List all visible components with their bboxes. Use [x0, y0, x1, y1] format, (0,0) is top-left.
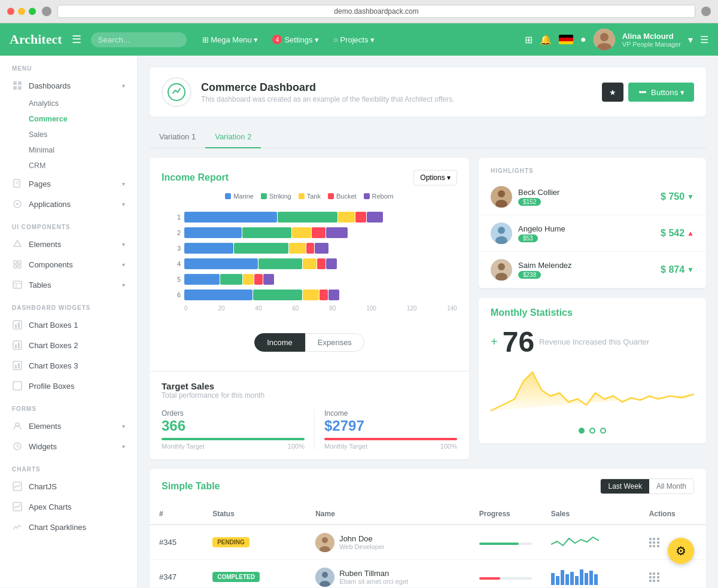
status-badge-pending: PENDING	[212, 537, 250, 547]
settings-menu-button[interactable]: 4 Settings ▾	[266, 31, 325, 48]
sidebar-item-apex-charts[interactable]: Apex Charts	[0, 496, 137, 517]
buttons-dropdown[interactable]: Buttons ▾	[628, 83, 694, 102]
sidebar-item-chartjs[interactable]: ChartJS	[0, 476, 137, 496]
legend-dot-bucket	[328, 193, 334, 199]
svg-rect-21	[15, 324, 17, 328]
user-menu-button[interactable]: ▾	[688, 34, 693, 45]
hamburger-menu-button[interactable]: ☰	[72, 33, 81, 46]
language-flag-germany[interactable]	[559, 35, 573, 44]
angelo-avatar	[491, 223, 512, 244]
profile-boxes-icon	[12, 380, 23, 391]
sidebar-sub-sales[interactable]: Sales	[0, 127, 137, 142]
svg-rect-17	[13, 281, 22, 288]
target-metrics: Orders 366 Monthly Target 100%	[162, 409, 457, 450]
sidebar-item-tables[interactable]: Tables ▾	[0, 275, 137, 295]
user-avatar[interactable]	[594, 29, 615, 50]
sidebar-item-chart-sparklines[interactable]: Chart Sparklines	[0, 517, 137, 537]
chart-dot-2[interactable]	[589, 428, 595, 434]
svg-point-39	[644, 91, 646, 93]
sidebar-item-forms-widgets[interactable]: Widgets ▾	[0, 436, 137, 456]
mini-progress-1	[479, 543, 532, 545]
help-icon-button[interactable]: ●	[580, 34, 586, 45]
top-nav-menu: ⊞ Mega Menu ▾ 4 Settings ▾ ○ Projects ▾	[196, 31, 381, 48]
sidebar-item-forms-elements[interactable]: Elements ▾	[0, 416, 137, 436]
svg-rect-5	[13, 86, 17, 90]
bar-container-2	[184, 227, 457, 238]
sidebar-sub-minimal[interactable]: Minimal	[0, 142, 137, 158]
sidebar-item-applications[interactable]: Applications ▾	[0, 194, 137, 214]
settings-gear-button[interactable]: ⚙	[668, 538, 694, 564]
svg-marker-12	[14, 240, 21, 246]
bar-row-6: 6	[174, 290, 457, 300]
sidebar-item-chart-boxes-3[interactable]: Chart Boxes 3	[0, 355, 137, 376]
sidebar-item-elements[interactable]: Elements ▾	[0, 234, 137, 254]
bar-segment-bucket-2	[312, 227, 325, 238]
browser-address-bar[interactable]: demo.dashboardpack.com	[57, 5, 695, 18]
forms-elements-chevron: ▾	[122, 423, 125, 429]
sidebar-sub-analytics[interactable]: Analytics	[0, 96, 137, 111]
tab-variation-2[interactable]: Variation 2	[205, 126, 261, 148]
star-button[interactable]: ★	[602, 83, 623, 102]
forms-label: FORMS	[0, 396, 137, 416]
app-container: Architect ☰ ⊞ Mega Menu ▾ 4 Settings ▾ ○…	[0, 23, 718, 587]
side-panel-button[interactable]: ☰	[700, 34, 708, 45]
sidebar-item-chart-boxes-1[interactable]: Chart Boxes 1	[0, 315, 137, 335]
sidebar-item-chart-boxes-2[interactable]: Chart Boxes 2	[0, 335, 137, 355]
grid-icon-button[interactable]: ⊞	[525, 34, 533, 45]
sidebar-item-components[interactable]: Components ▾	[0, 254, 137, 275]
sidebar-sub-commerce[interactable]: Commerce	[0, 111, 137, 127]
sidebar-item-profile-boxes[interactable]: Profile Boxes	[0, 376, 137, 396]
user-cell-2: Ruben Tillman Etiam sit amet orci eget	[315, 568, 460, 587]
sidebar-item-dashboards[interactable]: Dashboards ▾	[0, 75, 137, 96]
svg-rect-13	[14, 261, 17, 264]
sidebar-item-pages[interactable]: Pages ▾	[0, 173, 137, 194]
svg-point-44	[498, 227, 505, 234]
browser-refresh-icon[interactable]	[701, 7, 711, 16]
tab-variation-1[interactable]: Variation 1	[150, 126, 205, 148]
svg-rect-55	[551, 573, 555, 585]
legend-dot-marine	[225, 193, 231, 199]
monthly-stats-body: Monthly Statistics + 76 Revenue Increase…	[479, 298, 706, 443]
angelo-value: $ 542 ▲	[661, 228, 694, 239]
dashboards-icon	[12, 80, 23, 91]
elements-chevron: ▾	[122, 241, 125, 248]
pages-icon	[12, 178, 23, 189]
col-header-status: Status	[203, 504, 306, 525]
bar-segment-tank-3	[289, 243, 305, 254]
projects-menu-button[interactable]: ○ Projects ▾	[327, 32, 381, 48]
chart-boxes-1-label: Chart Boxes 1	[29, 321, 78, 330]
options-button[interactable]: Options ▾	[413, 170, 457, 185]
chartjs-label: ChartJS	[29, 482, 57, 491]
action-grid-2[interactable]	[649, 572, 660, 582]
chart-dot-3[interactable]	[600, 428, 606, 434]
row-id-2: #347	[150, 560, 203, 588]
chart-boxes-1-icon	[12, 319, 23, 330]
chart-dot-1[interactable]	[579, 428, 585, 434]
income-toggle-btn[interactable]: Income	[254, 333, 305, 352]
saim-name: Saim Melendez	[518, 261, 655, 270]
bar-segment-bucket-3	[306, 243, 315, 254]
bar-segment-tank-6	[303, 290, 319, 300]
bar-container-1	[184, 212, 457, 223]
income-progress-fill	[324, 438, 457, 440]
right-column: HIGHLIGHTS Beck Collier $152 $ 75	[479, 158, 706, 459]
forms-widgets-label: Widgets	[29, 442, 57, 451]
action-grid-1[interactable]	[649, 538, 660, 547]
bar-segment-marine-4	[184, 258, 258, 269]
ui-components-label: UI COMPONENTS	[0, 214, 137, 234]
bar-label-3: 3	[174, 245, 181, 252]
last-week-btn[interactable]: Last Week	[601, 479, 649, 493]
global-search-input[interactable]	[91, 32, 187, 47]
svg-rect-29	[13, 382, 22, 390]
all-month-btn[interactable]: All Month	[649, 479, 693, 493]
legend-dot-reborn	[364, 193, 370, 199]
expenses-toggle-btn[interactable]: Expenses	[305, 333, 364, 352]
sidebar-sub-crm[interactable]: CRM	[0, 158, 137, 173]
beck-badge: $152	[518, 198, 541, 206]
saim-info: Saim Melendez $238	[518, 261, 655, 279]
dot-close	[7, 8, 14, 15]
notifications-bell-button[interactable]: 🔔	[540, 34, 552, 45]
legend-dot-striking	[261, 193, 267, 199]
mega-menu-button[interactable]: ⊞ Mega Menu ▾	[196, 32, 264, 48]
apex-charts-label: Apex Charts	[29, 502, 72, 511]
